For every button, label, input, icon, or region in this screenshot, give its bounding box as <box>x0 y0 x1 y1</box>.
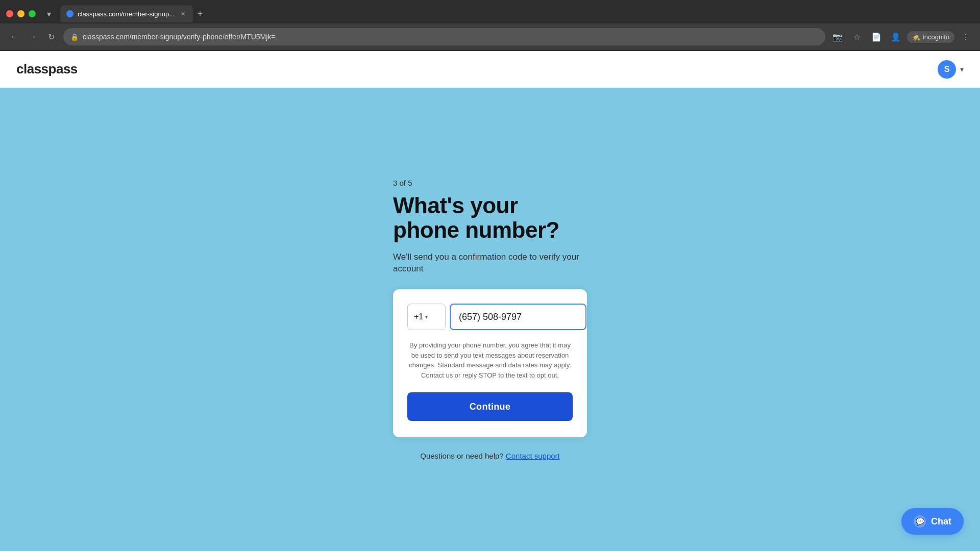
incognito-icon: 🕵 <box>912 33 920 41</box>
country-code-display: +1 <box>414 312 423 321</box>
chat-icon: 💬 <box>914 515 926 528</box>
extensions-button[interactable]: ⋮ <box>958 29 974 45</box>
chevron-down-icon: ▾ <box>425 314 428 320</box>
forward-button[interactable]: → <box>24 29 41 45</box>
new-tab-button[interactable]: + <box>193 7 207 21</box>
header-right: S ▾ <box>938 60 964 79</box>
step-indicator: 3 of 5 <box>393 179 587 187</box>
disclaimer-text: By providing your phone number, you agre… <box>407 340 573 380</box>
address-bar[interactable]: 🔒 classpass.com/member-signup/verify-pho… <box>63 28 825 45</box>
user-avatar[interactable]: S <box>938 60 956 79</box>
reload-button[interactable]: ↻ <box>43 29 59 45</box>
camera-icon[interactable]: 📷 <box>829 29 846 45</box>
form-container: 3 of 5 What's your phone number? We'll s… <box>393 179 587 460</box>
active-tab[interactable]: classpass.com/member-signup... ✕ <box>60 5 193 22</box>
tab-favicon <box>66 10 74 17</box>
security-icon: 🔒 <box>70 33 79 41</box>
phone-input-row: +1 ▾ <box>407 304 573 330</box>
site-logo[interactable]: classpass <box>16 61 78 77</box>
page-heading: What's your phone number? <box>393 193 587 243</box>
tab-title: classpass.com/member-signup... <box>78 10 175 18</box>
back-button[interactable]: ← <box>6 29 22 45</box>
page-subtext: We'll send you a confirmation code to ve… <box>393 251 587 276</box>
support-prefix-text: Questions or need help? <box>420 452 503 460</box>
continue-button[interactable]: Continue <box>407 392 573 421</box>
url-display: classpass.com/member-signup/verify-phone… <box>83 33 818 41</box>
chevron-down-icon[interactable]: ▾ <box>960 65 964 73</box>
phone-number-input[interactable] <box>450 304 586 330</box>
bookmark-star-icon[interactable]: ☆ <box>849 29 865 45</box>
window-close-button[interactable]: ✕ <box>6 10 13 17</box>
phone-card: +1 ▾ By providing your phone number, you… <box>393 289 587 437</box>
main-content: 3 of 5 What's your phone number? We'll s… <box>0 88 980 551</box>
window-minimize-button[interactable]: − <box>17 10 24 17</box>
contact-support-link[interactable]: Contact support <box>506 452 560 460</box>
chat-label: Chat <box>931 516 951 527</box>
chat-button[interactable]: 💬 Chat <box>901 508 964 535</box>
window-maximize-button[interactable]: + <box>29 10 36 17</box>
tab-dropdown-button[interactable]: ▾ <box>42 7 56 21</box>
tab-close-button[interactable]: ✕ <box>179 10 187 18</box>
reader-mode-icon[interactable]: 📄 <box>868 29 885 45</box>
incognito-button[interactable]: 🕵 Incognito <box>907 31 954 43</box>
incognito-label: Incognito <box>922 33 949 41</box>
profile-icon[interactable]: 👤 <box>888 29 904 45</box>
site-header: classpass S ▾ <box>0 51 980 88</box>
country-code-selector[interactable]: +1 ▾ <box>407 304 446 330</box>
support-section: Questions or need help? Contact support <box>393 452 587 460</box>
